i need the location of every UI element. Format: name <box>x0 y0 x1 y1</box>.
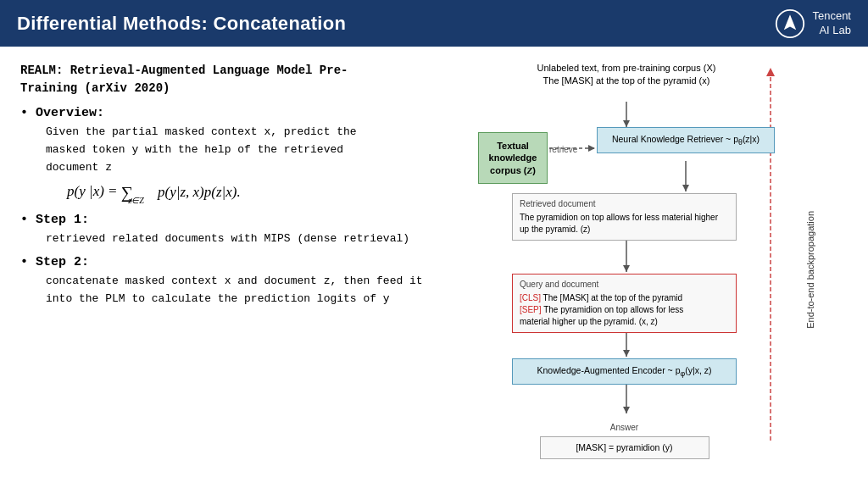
retrieved-doc-box: Retrieved document The pyramidion on top… <box>512 193 737 241</box>
query-doc-box: Query and document [CLS] The [MASK] at t… <box>512 274 737 333</box>
tencent-logo-icon <box>775 8 805 39</box>
main-content: REALM: Retrieval-Augmented Language Mode… <box>0 47 868 488</box>
overview-content: Given the partial masked context x, pred… <box>20 124 461 176</box>
formula: p(y |x) = ∑ z∈Z p(y|z, x)p(z|x). <box>67 183 461 202</box>
step1-bullet: • Step 1: <box>20 213 461 227</box>
step2-content: concatenate masked context x and documen… <box>20 273 461 308</box>
right-panel: Unlabeled text, from pre-training corpus… <box>478 62 848 480</box>
backprop-container: End-to-end backpropagation <box>805 83 815 456</box>
svg-marker-4 <box>588 145 595 152</box>
textual-knowledge-box: Textualknowledgecorpus (Z) <box>478 132 548 184</box>
step1-section: • Step 1: retrieved related documents wi… <box>20 213 461 248</box>
retrieve-label: retrieve <box>549 145 577 154</box>
encoder-box: Knowledge-Augmented Encoder ~ pφ(y|x, z) <box>512 358 737 385</box>
step2-bullet: • Step 2: <box>20 255 461 269</box>
logo-area: Tencent AI Lab <box>775 8 851 39</box>
header: Differential Methods: Concatenation Tenc… <box>0 0 868 47</box>
page-title: Differential Methods: Concatenation <box>17 13 346 35</box>
logo-text: Tencent AI Lab <box>812 9 851 38</box>
diagram-container: Unlabeled text, from pre-training corpus… <box>478 58 800 473</box>
svg-marker-8 <box>623 265 630 272</box>
diagram-svg <box>478 58 783 473</box>
neural-retriever-box: Neural Knowledge Retriever ~ pθ(z|x) <box>597 127 775 153</box>
step2-section: • Step 2: concatenate masked context x a… <box>20 255 461 308</box>
svg-marker-12 <box>623 407 630 413</box>
overview-section: • Overview: Given the partial masked con… <box>20 106 461 176</box>
svg-marker-10 <box>623 350 630 357</box>
paper-title: REALM: Retrieval-Augmented Language Mode… <box>20 62 461 97</box>
step1-content: retrieved related documents with MIPS (d… <box>20 230 461 248</box>
backprop-label: End-to-end backpropagation <box>805 211 815 329</box>
answer-text-box: [MASK] = pyramidion (y) <box>540 436 709 459</box>
svg-marker-14 <box>766 68 775 76</box>
overview-bullet: • Overview: <box>20 106 461 120</box>
svg-marker-2 <box>623 120 630 127</box>
left-panel: REALM: Retrieval-Augmented Language Mode… <box>20 62 461 480</box>
unlabeled-box: Unlabeled text, from pre-training corpus… <box>512 58 741 92</box>
answer-box: Answer [MASK] = pyramidion (y) <box>512 418 737 463</box>
svg-marker-6 <box>682 185 689 191</box>
